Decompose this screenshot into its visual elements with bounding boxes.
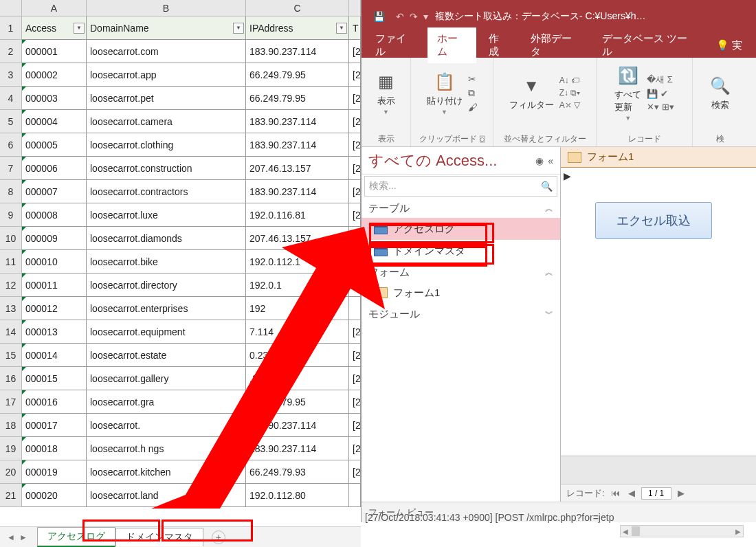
cell[interactable]: loosecarrot.gallery <box>87 367 246 390</box>
cell[interactable]: 000011 <box>22 274 87 297</box>
collapse-icon[interactable]: « <box>548 155 553 166</box>
scroll-thumb[interactable] <box>632 526 640 536</box>
cell[interactable]: 000017 <box>22 414 87 437</box>
cell[interactable]: .249.79.95 <box>246 367 349 390</box>
cell[interactable]: 000015 <box>22 367 87 390</box>
table-row[interactable]: 5 000004 loosecarrot.camera 183.90.237.1… <box>0 110 361 133</box>
dropdown-icon[interactable]: ◉ <box>535 155 544 166</box>
column-header-a[interactable]: A <box>22 0 87 16</box>
table-row[interactable]: 19 000018 loosecarrot.h ngs 183.90.237.1… <box>0 437 361 460</box>
cell[interactable]: [2 <box>349 110 361 133</box>
sheet-nav-arrows[interactable]: ◄► <box>7 533 27 542</box>
cell[interactable]: [2 <box>349 320 361 344</box>
record-selector-icon[interactable]: ▶ <box>564 170 571 181</box>
save-record-icon[interactable]: 💾 ✔ <box>647 89 674 99</box>
cell[interactable]: loosecarrot.contractors <box>87 180 246 203</box>
table-row[interactable]: 13 000012 loosecarrot.enterprises 192 <box>0 297 361 320</box>
cell[interactable]: 000009 <box>22 227 87 250</box>
cell[interactable]: 183.90.237.114 <box>246 437 349 460</box>
cell[interactable]: loosecarrot.h ngs <box>87 437 246 460</box>
cell[interactable]: 000004 <box>22 110 87 133</box>
column-header-c[interactable]: C <box>246 0 349 16</box>
row-number[interactable]: 20 <box>0 460 22 484</box>
filter-dropdown-icon[interactable]: ▼ <box>74 23 85 34</box>
row-number[interactable]: 11 <box>0 250 22 274</box>
cell[interactable]: 183.90.237.114 <box>246 180 349 203</box>
cell[interactable]: [2 <box>349 227 361 250</box>
cell[interactable] <box>349 274 361 297</box>
row-number[interactable]: 12 <box>0 274 22 297</box>
table-row[interactable]: 4 000003 loosecarrot.pet 66.249.79.95 [2 <box>0 87 361 110</box>
cell[interactable]: [2 <box>349 133 361 157</box>
cell[interactable]: 000005 <box>22 133 87 157</box>
column-header-b[interactable]: B <box>87 0 246 16</box>
cell[interactable]: [2 <box>349 460 361 484</box>
scroll-right-icon[interactable]: ▶ <box>733 528 743 535</box>
paste-button[interactable]: 📋貼り付け▼ <box>427 70 463 115</box>
cell[interactable]: 000006 <box>22 157 87 180</box>
sort-asc-icon[interactable]: A↓ 🏷 <box>559 76 581 85</box>
row-number[interactable]: 15 <box>0 344 22 367</box>
cell[interactable]: loosecarrot.pet <box>87 87 246 110</box>
refresh-all-button[interactable]: 🔃すべて 更新▼ <box>614 64 641 122</box>
cell[interactable]: [2 <box>349 63 361 87</box>
table-row[interactable]: 15 000014 loosecarrot.estate 0.237.114 [… <box>0 344 361 367</box>
table-row[interactable]: 9 000008 loosecarrot.luxe 192.0.116.81 [… <box>0 203 361 227</box>
row-number[interactable]: 17 <box>0 390 22 414</box>
row-number[interactable]: 16 <box>0 367 22 390</box>
table-row[interactable]: 11 000010 loosecarrot.bike 192.0.112.1 [… <box>0 250 361 274</box>
cell[interactable]: [2 <box>349 157 361 180</box>
cell[interactable]: 192.0.116.81 <box>246 203 349 227</box>
scroll-left-icon[interactable]: ◀ <box>621 528 630 535</box>
cell[interactable]: [2 <box>349 40 361 63</box>
horizontal-scrollbar[interactable]: ◀ ▶ <box>620 525 744 537</box>
cell[interactable]: 000013 <box>22 320 87 344</box>
row-number[interactable]: 21 <box>0 484 22 507</box>
cell[interactable]: 207.46.13.157 <box>246 157 349 180</box>
next-record-icon[interactable]: ▶ <box>676 488 687 498</box>
save-icon[interactable]: 💾 <box>368 6 389 27</box>
column-header-d[interactable] <box>349 0 361 16</box>
cell[interactable]: [2 <box>349 250 361 274</box>
cut-icon[interactable]: ✂ <box>468 74 478 85</box>
excel-grid[interactable]: 1 Access▼ DomainName▼ IPAddress▼ T2 0000… <box>0 16 361 507</box>
cell[interactable]: 207.46.13.157 <box>246 227 349 250</box>
prev-record-icon[interactable]: ◀ <box>626 488 637 498</box>
nav-search-input[interactable]: 検索... 🔍 <box>364 176 557 197</box>
copy-icon[interactable]: ⧉ <box>468 87 478 99</box>
cell[interactable]: 66.249.79.95 <box>246 390 349 414</box>
cell[interactable]: 192.0.112.80 <box>246 484 349 507</box>
row-number[interactable]: 8 <box>0 180 22 203</box>
table-row[interactable]: 6 000005 loosecarrot.clothing 183.90.237… <box>0 133 361 157</box>
cell[interactable]: 183.90.237.114 <box>246 133 349 157</box>
cell[interactable]: [2 <box>349 87 361 110</box>
undo-icon[interactable]: ↶ <box>396 11 404 22</box>
nav-item-form1[interactable]: フォーム1 <box>362 282 560 304</box>
table-row[interactable]: 20 000019 loosecarrot.kitchen 66.249.79.… <box>0 460 361 484</box>
cell[interactable]: 000008 <box>22 203 87 227</box>
cell[interactable]: 000020 <box>22 484 87 507</box>
cell[interactable] <box>349 484 361 507</box>
cell[interactable]: loosecarrot.estate <box>87 344 246 367</box>
filter-dropdown-icon[interactable]: ▼ <box>336 23 347 34</box>
table-row[interactable]: 12 000011 loosecarrot.directory 192.0.1 <box>0 274 361 297</box>
cell[interactable]: loosecarrot.directory <box>87 274 246 297</box>
table-row[interactable]: 10 000009 loosecarrot.diamonds 207.46.13… <box>0 227 361 250</box>
row-number[interactable]: 1 <box>0 16 22 40</box>
cell[interactable]: 000014 <box>22 344 87 367</box>
cell[interactable]: 192 <box>246 297 349 320</box>
select-all-corner[interactable] <box>0 0 22 16</box>
new-record-icon[interactable]: �새 Σ <box>647 74 674 86</box>
cell[interactable]: 66.249.79.93 <box>246 460 349 484</box>
cell[interactable]: [2 <box>349 203 361 227</box>
form-tab-form1[interactable]: フォーム1 <box>561 147 756 168</box>
cell[interactable]: [2 <box>349 367 361 390</box>
cell[interactable]: loosecarrot. <box>87 414 246 437</box>
header-cell[interactable]: DomainName▼ <box>87 16 246 40</box>
row-number[interactable]: 14 <box>0 320 22 344</box>
delete-record-icon[interactable]: ✕▾ ⊞▾ <box>647 102 674 112</box>
cell[interactable]: loosecarrot.clothing <box>87 133 246 157</box>
cell[interactable]: [2 <box>349 344 361 367</box>
cell[interactable]: 000001 <box>22 40 87 63</box>
cell[interactable]: loosecarrot.camera <box>87 110 246 133</box>
